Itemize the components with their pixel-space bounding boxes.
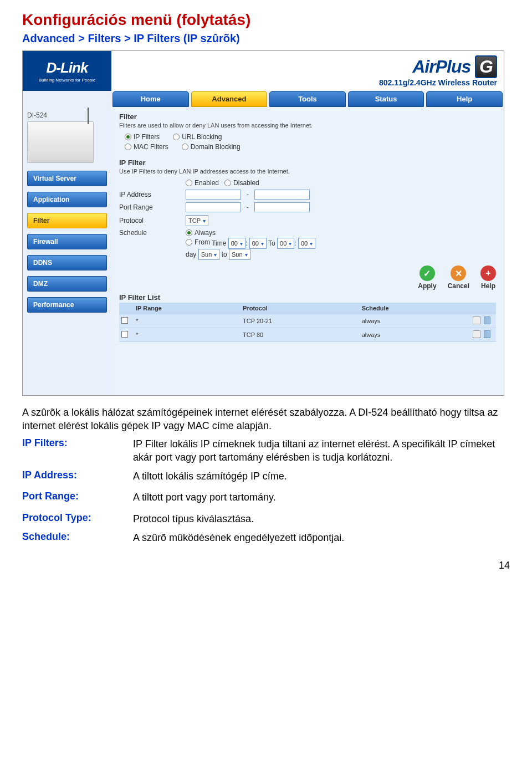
select-time-h1[interactable]: 00▾ [228,238,245,249]
trash-icon[interactable] [484,316,490,324]
check-icon: ✓ [420,266,435,281]
edit-icon[interactable] [473,316,480,324]
radio-dot-icon [125,144,131,150]
label-protocol: Protocol [119,217,180,224]
main-nav: Home Advanced Tools Status Help [23,91,504,107]
trash-icon[interactable] [484,330,490,338]
label-ip: IP Address [119,191,180,198]
def-term-protocol: Protocol Type: [22,512,133,525]
tab-tools[interactable]: Tools [269,91,346,107]
page-number: 14 [22,560,510,571]
label-to-lc: to [222,251,227,258]
def-term-ipfilters: IP Filters: [22,437,133,464]
sidebar-item-firewall[interactable]: Firewall [27,234,107,249]
row-enable: Enabled Disabled [119,179,496,187]
select-time-m1[interactable]: 00▾ [249,238,267,249]
dlink-tagline: Building Networks for People [39,78,96,83]
dash: - [247,191,249,198]
def-desc: A szûrõ mûködésének engedélyezett idõpon… [133,531,344,544]
row-schedule: Schedule Always From Time 00▾: 00▾ To 00… [119,229,496,260]
airplus-text: AirPlus [412,57,470,76]
help-button[interactable]: + Help [480,266,496,290]
chevron-down-icon: ▾ [245,252,248,258]
radio-mac-filters[interactable]: MAC Filters [125,143,168,151]
airplus-block: AirPlus G 802.11g/2.4GHz Wireless Router [111,51,504,91]
col-ip-range: IP Range [134,303,241,314]
doc-title: Konfigurációs menü (folytatás) [22,11,510,29]
router-screenshot: D-Link Building Networks for People AirP… [22,50,504,396]
select-day-from[interactable]: Sun▾ [198,249,220,260]
product-image [27,121,94,163]
dash: - [247,203,249,211]
radio-domain-blocking[interactable]: Domain Blocking [182,143,241,151]
col-protocol: Protocol [241,303,360,314]
sidebar-item-application[interactable]: Application [27,192,107,207]
definitions: IP Filters:IP Filter lokális IP címeknek… [22,437,510,545]
tab-advanced[interactable]: Advanced [191,91,268,107]
select-time-m2[interactable]: 00▾ [298,238,315,249]
dlink-logo: D-Link [47,59,88,76]
radio-dot-icon [173,134,180,140]
cancel-button[interactable]: ✕ Cancel [448,266,469,290]
select-time-h2[interactable]: 00▾ [277,238,294,249]
radio-dot-icon [186,180,192,186]
input-port-end[interactable] [254,202,310,212]
intro-paragraph: A szûrõk a lokális hálózat számítógépein… [22,406,510,433]
tab-status[interactable]: Status [348,91,424,107]
table-row: * TCP 80 always [119,328,496,342]
filter-table: IP Range Protocol Schedule * TCP 20-21 a… [119,303,496,342]
radio-ip-filters[interactable]: IP Filters [125,133,160,141]
tab-home[interactable]: Home [112,91,189,107]
radio-always[interactable]: Always [186,229,216,237]
filter-type-row1: IP Filters URL Blocking [125,133,496,141]
row-checkbox[interactable] [121,331,128,338]
sidebar: DI-524 Virtual Server Application Filter… [23,107,111,395]
filter-heading: Filter [119,113,496,121]
filter-type-row2: MAC Filters Domain Blocking [125,143,496,151]
content-panel: Filter Filters are used to allow or deny… [111,107,504,395]
sidebar-item-filter[interactable]: Filter [27,213,107,228]
airplus-g: G [475,55,497,78]
radio-from[interactable]: From [186,238,210,246]
label-port: Port Range [119,203,180,211]
chevron-down-icon: ▾ [240,241,243,247]
sidebar-item-dmz[interactable]: DMZ [27,276,107,292]
radio-disabled[interactable]: Disabled [224,179,259,187]
def-desc: Protocol típus kiválasztása. [133,512,254,525]
label-time: Time [212,239,226,247]
chevron-down-icon: ▾ [261,241,264,247]
row-checkbox[interactable] [121,317,128,324]
select-protocol[interactable]: TCP▾ [186,215,208,226]
tab-help[interactable]: Help [426,91,503,107]
input-port-start[interactable] [186,202,241,212]
radio-enabled[interactable]: Enabled [186,179,219,187]
def-term-ipaddress: IP Address: [22,469,133,483]
row-protocol: Protocol TCP▾ [119,215,496,226]
action-row: ✓ Apply ✕ Cancel + Help [119,266,496,290]
ipfilter-hint: Use IP Filters to deny LAN IP addresses … [119,168,496,175]
def-term-schedule: Schedule: [22,531,133,544]
logo-block: D-Link Building Networks for People [23,51,111,91]
chevron-down-icon: ▾ [310,241,313,247]
def-desc: A tiltott lokális számítógép IP címe. [133,469,287,483]
def-desc: A tiltott port vagy port tartomány. [133,491,276,504]
edit-icon[interactable] [473,330,480,338]
select-day-to[interactable]: Sun▾ [229,249,250,260]
col-schedule: Schedule [360,303,470,314]
sidebar-item-virtual-server[interactable]: Virtual Server [27,171,107,186]
ipfilter-list-heading: IP Filter List [119,293,496,302]
ipfilter-heading: IP Filter [119,159,496,167]
table-row: * TCP 20-21 always [119,314,496,328]
chevron-down-icon: ▾ [289,241,291,247]
sidebar-item-ddns[interactable]: DDNS [27,255,107,270]
input-ip-end[interactable] [254,190,310,200]
doc-subtitle: Advanced > Filters > IP Filters (IP szûr… [22,32,510,45]
airplus-brand: AirPlus G [412,55,497,78]
row-ip: IP Address - [119,190,496,200]
input-ip-start[interactable] [186,190,241,200]
filter-hint: Filters are used to allow or deny LAN us… [119,122,496,129]
radio-url-blocking[interactable]: URL Blocking [173,133,222,141]
apply-button[interactable]: ✓ Apply [418,266,436,290]
airplus-sub: 802.11g/2.4GHz Wireless Router [379,78,497,87]
sidebar-item-performance[interactable]: Performance [27,297,107,313]
